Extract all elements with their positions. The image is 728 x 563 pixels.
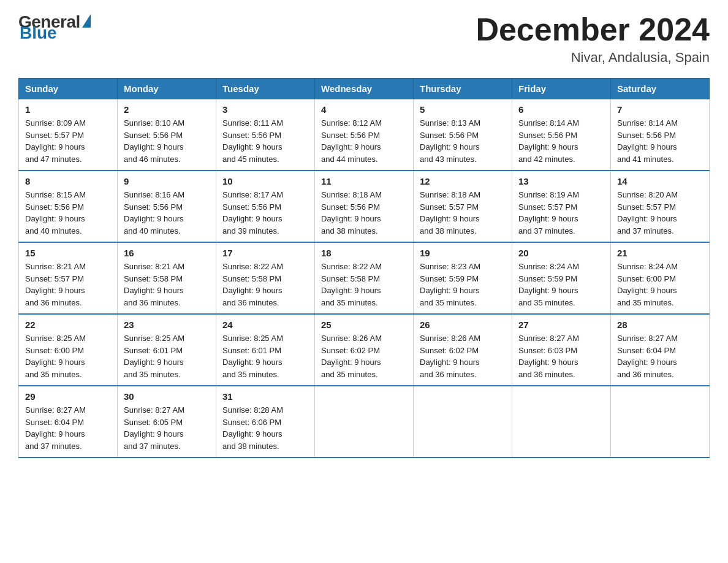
- day-number: 9: [124, 176, 210, 186]
- calendar-cell: 22 Sunrise: 8:25 AM Sunset: 6:00 PM Dayl…: [19, 314, 118, 386]
- calendar-cell: 21 Sunrise: 8:24 AM Sunset: 6:00 PM Dayl…: [611, 242, 710, 314]
- day-info: Sunrise: 8:17 AM Sunset: 5:56 PM Dayligh…: [222, 189, 308, 237]
- day-number: 12: [420, 176, 506, 186]
- header-tuesday: Tuesday: [216, 79, 315, 99]
- calendar-cell: 15 Sunrise: 8:21 AM Sunset: 5:57 PM Dayl…: [19, 242, 118, 314]
- day-number: 11: [321, 176, 407, 186]
- day-number: 13: [518, 176, 604, 186]
- day-info: Sunrise: 8:25 AM Sunset: 6:01 PM Dayligh…: [124, 332, 210, 380]
- calendar-cell: 20 Sunrise: 8:24 AM Sunset: 5:59 PM Dayl…: [512, 242, 611, 314]
- day-info: Sunrise: 8:24 AM Sunset: 5:59 PM Dayligh…: [518, 261, 604, 308]
- day-info: Sunrise: 8:09 AM Sunset: 5:57 PM Dayligh…: [25, 117, 111, 165]
- page-header: General Blue December 2024 Nivar, Andalu…: [18, 12, 710, 66]
- day-number: 30: [124, 391, 210, 402]
- day-number: 25: [321, 320, 407, 330]
- day-number: 1: [25, 104, 111, 115]
- day-info: Sunrise: 8:25 AM Sunset: 6:01 PM Dayligh…: [222, 332, 308, 380]
- logo-triangle-icon: [82, 14, 91, 28]
- calendar-week-row: 15 Sunrise: 8:21 AM Sunset: 5:57 PM Dayl…: [19, 242, 710, 314]
- calendar-cell: 27 Sunrise: 8:27 AM Sunset: 6:03 PM Dayl…: [512, 314, 611, 386]
- day-info: Sunrise: 8:22 AM Sunset: 5:58 PM Dayligh…: [321, 261, 407, 308]
- day-info: Sunrise: 8:20 AM Sunset: 5:57 PM Dayligh…: [617, 189, 703, 237]
- calendar-cell: 1 Sunrise: 8:09 AM Sunset: 5:57 PM Dayli…: [19, 99, 118, 171]
- day-info: Sunrise: 8:21 AM Sunset: 5:57 PM Dayligh…: [25, 261, 111, 308]
- day-info: Sunrise: 8:27 AM Sunset: 6:05 PM Dayligh…: [124, 404, 210, 452]
- day-info: Sunrise: 8:26 AM Sunset: 6:02 PM Dayligh…: [321, 332, 407, 380]
- calendar-cell: [611, 386, 710, 458]
- day-info: Sunrise: 8:14 AM Sunset: 5:56 PM Dayligh…: [518, 117, 604, 165]
- calendar-cell: 17 Sunrise: 8:22 AM Sunset: 5:58 PM Dayl…: [216, 242, 315, 314]
- calendar-cell: 29 Sunrise: 8:27 AM Sunset: 6:04 PM Dayl…: [19, 386, 118, 458]
- calendar-cell: [512, 386, 611, 458]
- calendar-cell: 28 Sunrise: 8:27 AM Sunset: 6:04 PM Dayl…: [611, 314, 710, 386]
- day-info: Sunrise: 8:24 AM Sunset: 6:00 PM Dayligh…: [617, 261, 703, 308]
- day-number: 15: [25, 248, 111, 258]
- calendar-cell: 31 Sunrise: 8:28 AM Sunset: 6:06 PM Dayl…: [216, 386, 315, 458]
- day-number: 4: [321, 104, 407, 115]
- day-number: 7: [617, 104, 703, 115]
- logo: General Blue: [18, 12, 91, 43]
- calendar-cell: 11 Sunrise: 8:18 AM Sunset: 5:56 PM Dayl…: [315, 170, 414, 242]
- day-number: 17: [222, 248, 308, 258]
- calendar-cell: [315, 386, 414, 458]
- header-thursday: Thursday: [414, 79, 512, 99]
- day-info: Sunrise: 8:14 AM Sunset: 5:56 PM Dayligh…: [617, 117, 703, 165]
- calendar-table: Sunday Monday Tuesday Wednesday Thursday…: [18, 78, 710, 458]
- header-wednesday: Wednesday: [315, 79, 414, 99]
- calendar-cell: [414, 386, 512, 458]
- title-block: December 2024 Nivar, Andalusia, Spain: [476, 12, 710, 66]
- calendar-week-row: 8 Sunrise: 8:15 AM Sunset: 5:56 PM Dayli…: [19, 170, 710, 242]
- header-row: Sunday Monday Tuesday Wednesday Thursday…: [19, 79, 710, 99]
- calendar-cell: 13 Sunrise: 8:19 AM Sunset: 5:57 PM Dayl…: [512, 170, 611, 242]
- day-number: 27: [518, 320, 604, 330]
- day-info: Sunrise: 8:16 AM Sunset: 5:56 PM Dayligh…: [124, 189, 210, 237]
- calendar-cell: 10 Sunrise: 8:17 AM Sunset: 5:56 PM Dayl…: [216, 170, 315, 242]
- calendar-cell: 30 Sunrise: 8:27 AM Sunset: 6:05 PM Dayl…: [118, 386, 216, 458]
- day-info: Sunrise: 8:26 AM Sunset: 6:02 PM Dayligh…: [420, 332, 506, 380]
- calendar-cell: 9 Sunrise: 8:16 AM Sunset: 5:56 PM Dayli…: [118, 170, 216, 242]
- calendar-body: 1 Sunrise: 8:09 AM Sunset: 5:57 PM Dayli…: [19, 99, 710, 458]
- day-number: 6: [518, 104, 604, 115]
- calendar-week-row: 1 Sunrise: 8:09 AM Sunset: 5:57 PM Dayli…: [19, 99, 710, 171]
- calendar-cell: 19 Sunrise: 8:23 AM Sunset: 5:59 PM Dayl…: [414, 242, 512, 314]
- day-info: Sunrise: 8:27 AM Sunset: 6:03 PM Dayligh…: [518, 332, 604, 380]
- day-number: 8: [25, 176, 111, 186]
- day-info: Sunrise: 8:12 AM Sunset: 5:56 PM Dayligh…: [321, 117, 407, 165]
- day-info: Sunrise: 8:18 AM Sunset: 5:57 PM Dayligh…: [420, 189, 506, 237]
- header-sunday: Sunday: [19, 79, 118, 99]
- day-number: 14: [617, 176, 703, 186]
- calendar-header: Sunday Monday Tuesday Wednesday Thursday…: [19, 79, 710, 99]
- day-info: Sunrise: 8:13 AM Sunset: 5:56 PM Dayligh…: [420, 117, 506, 165]
- month-title: December 2024: [476, 12, 710, 47]
- day-number: 26: [420, 320, 506, 330]
- calendar-cell: 12 Sunrise: 8:18 AM Sunset: 5:57 PM Dayl…: [414, 170, 512, 242]
- day-info: Sunrise: 8:11 AM Sunset: 5:56 PM Dayligh…: [222, 117, 308, 165]
- day-number: 5: [420, 104, 506, 115]
- day-info: Sunrise: 8:21 AM Sunset: 5:58 PM Dayligh…: [124, 261, 210, 308]
- header-monday: Monday: [118, 79, 216, 99]
- day-info: Sunrise: 8:27 AM Sunset: 6:04 PM Dayligh…: [617, 332, 703, 380]
- calendar-cell: 8 Sunrise: 8:15 AM Sunset: 5:56 PM Dayli…: [19, 170, 118, 242]
- day-number: 10: [222, 176, 308, 186]
- header-saturday: Saturday: [611, 79, 710, 99]
- day-info: Sunrise: 8:28 AM Sunset: 6:06 PM Dayligh…: [222, 404, 308, 452]
- calendar-cell: 2 Sunrise: 8:10 AM Sunset: 5:56 PM Dayli…: [118, 99, 216, 171]
- calendar-cell: 14 Sunrise: 8:20 AM Sunset: 5:57 PM Dayl…: [611, 170, 710, 242]
- calendar-cell: 4 Sunrise: 8:12 AM Sunset: 5:56 PM Dayli…: [315, 99, 414, 171]
- calendar-cell: 18 Sunrise: 8:22 AM Sunset: 5:58 PM Dayl…: [315, 242, 414, 314]
- day-info: Sunrise: 8:25 AM Sunset: 6:00 PM Dayligh…: [25, 332, 111, 380]
- day-number: 21: [617, 248, 703, 258]
- day-info: Sunrise: 8:22 AM Sunset: 5:58 PM Dayligh…: [222, 261, 308, 308]
- location-text: Nivar, Andalusia, Spain: [476, 50, 710, 66]
- day-number: 31: [222, 391, 308, 402]
- calendar-week-row: 22 Sunrise: 8:25 AM Sunset: 6:00 PM Dayl…: [19, 314, 710, 386]
- day-number: 2: [124, 104, 210, 115]
- header-friday: Friday: [512, 79, 611, 99]
- day-info: Sunrise: 8:19 AM Sunset: 5:57 PM Dayligh…: [518, 189, 604, 237]
- day-number: 20: [518, 248, 604, 258]
- calendar-cell: 3 Sunrise: 8:11 AM Sunset: 5:56 PM Dayli…: [216, 99, 315, 171]
- day-info: Sunrise: 8:10 AM Sunset: 5:56 PM Dayligh…: [124, 117, 210, 165]
- calendar-cell: 5 Sunrise: 8:13 AM Sunset: 5:56 PM Dayli…: [414, 99, 512, 171]
- calendar-week-row: 29 Sunrise: 8:27 AM Sunset: 6:04 PM Dayl…: [19, 386, 710, 458]
- day-number: 28: [617, 320, 703, 330]
